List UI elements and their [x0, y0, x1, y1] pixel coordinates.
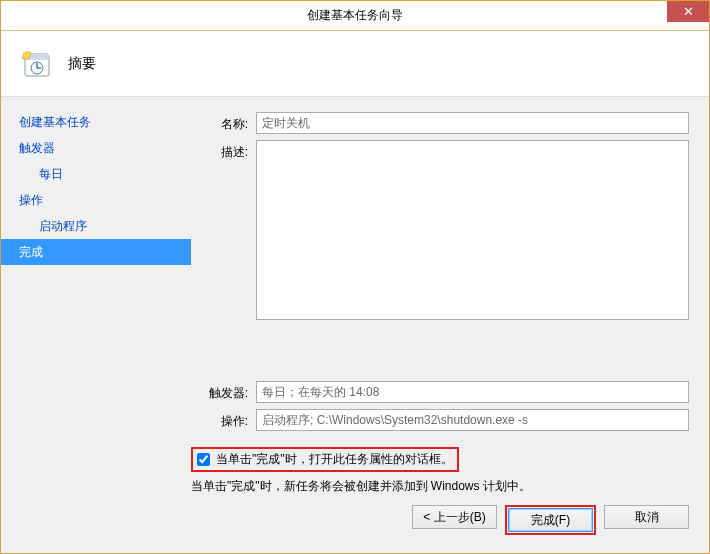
wizard-steps-sidebar: 创建基本任务 触发器 每日 操作 启动程序 完成: [1, 97, 191, 553]
open-properties-checkbox[interactable]: [197, 453, 210, 466]
sidebar-item-create-task[interactable]: 创建基本任务: [1, 109, 191, 135]
info-text: 当单击"完成"时，新任务将会被创建并添加到 Windows 计划中。: [191, 478, 689, 495]
sidebar-item-daily[interactable]: 每日: [1, 161, 191, 187]
input-description[interactable]: [256, 140, 689, 320]
close-button[interactable]: ✕: [667, 1, 709, 22]
svg-point-6: [23, 50, 25, 52]
open-properties-checkbox-row[interactable]: 当单击"完成"时，打开此任务属性的对话框。: [191, 447, 459, 472]
wizard-header: 摘要: [1, 31, 709, 96]
row-description: 描述:: [191, 140, 689, 320]
row-name: 名称:: [191, 112, 689, 134]
label-description: 描述:: [191, 140, 256, 161]
input-name[interactable]: [256, 112, 689, 134]
input-action[interactable]: [256, 409, 689, 431]
spacer: [191, 326, 689, 381]
label-action: 操作:: [191, 409, 256, 430]
wizard-content: 名称: 描述: 触发器: 操作: 当单击"完成"时，打开此任务属性的对话框。 当…: [191, 97, 709, 553]
label-name: 名称:: [191, 112, 256, 133]
row-action: 操作:: [191, 409, 689, 431]
label-trigger: 触发器:: [191, 381, 256, 402]
row-trigger: 触发器:: [191, 381, 689, 403]
open-properties-label: 当单击"完成"时，打开此任务属性的对话框。: [216, 451, 453, 468]
wizard-icon: [21, 48, 53, 80]
titlebar: 创建基本任务向导 ✕: [1, 1, 709, 31]
window-title: 创建基本任务向导: [307, 7, 403, 24]
sidebar-item-finish[interactable]: 完成: [1, 239, 191, 265]
input-trigger[interactable]: [256, 381, 689, 403]
sidebar-item-start-program[interactable]: 启动程序: [1, 213, 191, 239]
page-title: 摘要: [68, 55, 96, 73]
finish-button-highlight: 完成(F): [505, 505, 596, 535]
back-button[interactable]: < 上一步(B): [412, 505, 497, 529]
svg-point-7: [30, 51, 32, 53]
wizard-body: 创建基本任务 触发器 每日 操作 启动程序 完成 名称: 描述: 触发器: 操: [1, 96, 709, 553]
finish-button[interactable]: 完成(F): [508, 508, 593, 532]
sidebar-item-trigger[interactable]: 触发器: [1, 135, 191, 161]
button-row: < 上一步(B) 完成(F) 取消: [191, 505, 689, 543]
wizard-window: 创建基本任务向导 ✕ 摘要 创建基本任务 触发器 每日 操作 启动程: [0, 0, 710, 554]
close-icon: ✕: [683, 4, 694, 19]
cancel-button[interactable]: 取消: [604, 505, 689, 529]
sidebar-item-action[interactable]: 操作: [1, 187, 191, 213]
